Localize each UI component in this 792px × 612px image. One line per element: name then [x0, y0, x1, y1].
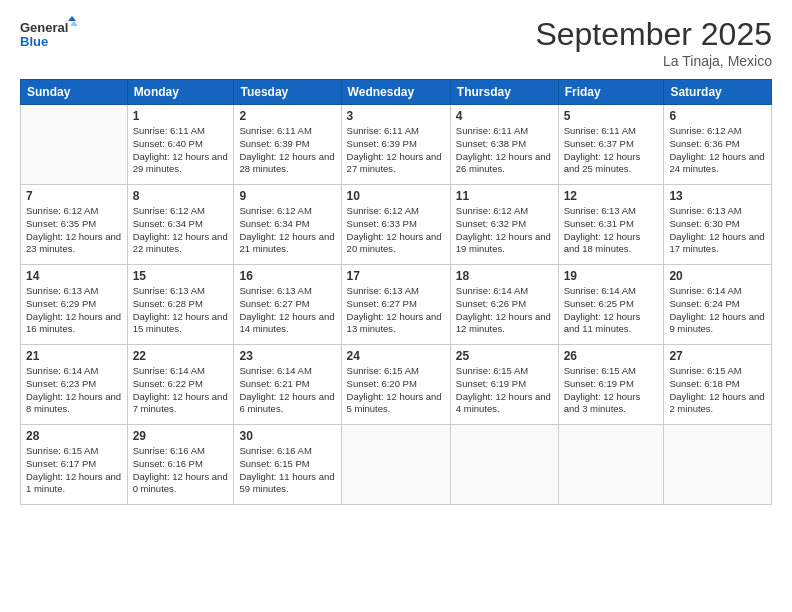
day-info: Sunrise: 6:14 AM Sunset: 6:25 PM Dayligh… [564, 285, 659, 336]
day-info: Sunrise: 6:15 AM Sunset: 6:18 PM Dayligh… [669, 365, 766, 416]
day-number: 5 [564, 109, 659, 123]
day-number: 11 [456, 189, 553, 203]
header-monday: Monday [127, 80, 234, 105]
table-row: 9Sunrise: 6:12 AM Sunset: 6:34 PM Daylig… [234, 185, 341, 265]
table-row: 17Sunrise: 6:13 AM Sunset: 6:27 PM Dayli… [341, 265, 450, 345]
day-info: Sunrise: 6:13 AM Sunset: 6:30 PM Dayligh… [669, 205, 766, 256]
day-info: Sunrise: 6:13 AM Sunset: 6:27 PM Dayligh… [347, 285, 445, 336]
table-row [450, 425, 558, 505]
day-number: 13 [669, 189, 766, 203]
table-row: 29Sunrise: 6:16 AM Sunset: 6:16 PM Dayli… [127, 425, 234, 505]
table-row: 2Sunrise: 6:11 AM Sunset: 6:39 PM Daylig… [234, 105, 341, 185]
calendar-week-row: 28Sunrise: 6:15 AM Sunset: 6:17 PM Dayli… [21, 425, 772, 505]
table-row: 6Sunrise: 6:12 AM Sunset: 6:36 PM Daylig… [664, 105, 772, 185]
header-friday: Friday [558, 80, 664, 105]
day-number: 26 [564, 349, 659, 363]
logo-svg: General Blue [20, 16, 80, 54]
table-row: 8Sunrise: 6:12 AM Sunset: 6:34 PM Daylig… [127, 185, 234, 265]
table-row: 25Sunrise: 6:15 AM Sunset: 6:19 PM Dayli… [450, 345, 558, 425]
day-info: Sunrise: 6:14 AM Sunset: 6:23 PM Dayligh… [26, 365, 122, 416]
day-info: Sunrise: 6:16 AM Sunset: 6:16 PM Dayligh… [133, 445, 229, 496]
day-number: 15 [133, 269, 229, 283]
calendar-table: Sunday Monday Tuesday Wednesday Thursday… [20, 79, 772, 505]
day-info: Sunrise: 6:12 AM Sunset: 6:34 PM Dayligh… [133, 205, 229, 256]
day-info: Sunrise: 6:11 AM Sunset: 6:37 PM Dayligh… [564, 125, 659, 176]
table-row: 19Sunrise: 6:14 AM Sunset: 6:25 PM Dayli… [558, 265, 664, 345]
table-row: 27Sunrise: 6:15 AM Sunset: 6:18 PM Dayli… [664, 345, 772, 425]
table-row: 5Sunrise: 6:11 AM Sunset: 6:37 PM Daylig… [558, 105, 664, 185]
header-tuesday: Tuesday [234, 80, 341, 105]
table-row [664, 425, 772, 505]
day-info: Sunrise: 6:12 AM Sunset: 6:34 PM Dayligh… [239, 205, 335, 256]
day-info: Sunrise: 6:15 AM Sunset: 6:17 PM Dayligh… [26, 445, 122, 496]
header-saturday: Saturday [664, 80, 772, 105]
day-number: 10 [347, 189, 445, 203]
day-info: Sunrise: 6:14 AM Sunset: 6:24 PM Dayligh… [669, 285, 766, 336]
day-number: 17 [347, 269, 445, 283]
day-number: 18 [456, 269, 553, 283]
table-row: 16Sunrise: 6:13 AM Sunset: 6:27 PM Dayli… [234, 265, 341, 345]
day-number: 23 [239, 349, 335, 363]
day-info: Sunrise: 6:13 AM Sunset: 6:28 PM Dayligh… [133, 285, 229, 336]
table-row: 23Sunrise: 6:14 AM Sunset: 6:21 PM Dayli… [234, 345, 341, 425]
table-row: 24Sunrise: 6:15 AM Sunset: 6:20 PM Dayli… [341, 345, 450, 425]
table-row: 26Sunrise: 6:15 AM Sunset: 6:19 PM Dayli… [558, 345, 664, 425]
month-title: September 2025 [535, 16, 772, 53]
calendar-week-row: 21Sunrise: 6:14 AM Sunset: 6:23 PM Dayli… [21, 345, 772, 425]
day-number: 21 [26, 349, 122, 363]
day-info: Sunrise: 6:12 AM Sunset: 6:35 PM Dayligh… [26, 205, 122, 256]
table-row: 28Sunrise: 6:15 AM Sunset: 6:17 PM Dayli… [21, 425, 128, 505]
table-row: 11Sunrise: 6:12 AM Sunset: 6:32 PM Dayli… [450, 185, 558, 265]
day-info: Sunrise: 6:14 AM Sunset: 6:22 PM Dayligh… [133, 365, 229, 416]
table-row: 15Sunrise: 6:13 AM Sunset: 6:28 PM Dayli… [127, 265, 234, 345]
table-row: 7Sunrise: 6:12 AM Sunset: 6:35 PM Daylig… [21, 185, 128, 265]
table-row: 10Sunrise: 6:12 AM Sunset: 6:33 PM Dayli… [341, 185, 450, 265]
table-row: 21Sunrise: 6:14 AM Sunset: 6:23 PM Dayli… [21, 345, 128, 425]
day-number: 27 [669, 349, 766, 363]
calendar-week-row: 7Sunrise: 6:12 AM Sunset: 6:35 PM Daylig… [21, 185, 772, 265]
table-row: 13Sunrise: 6:13 AM Sunset: 6:30 PM Dayli… [664, 185, 772, 265]
day-number: 3 [347, 109, 445, 123]
day-number: 6 [669, 109, 766, 123]
table-row: 22Sunrise: 6:14 AM Sunset: 6:22 PM Dayli… [127, 345, 234, 425]
day-number: 12 [564, 189, 659, 203]
day-info: Sunrise: 6:12 AM Sunset: 6:36 PM Dayligh… [669, 125, 766, 176]
svg-marker-2 [68, 16, 76, 21]
day-number: 8 [133, 189, 229, 203]
table-row: 20Sunrise: 6:14 AM Sunset: 6:24 PM Dayli… [664, 265, 772, 345]
day-number: 28 [26, 429, 122, 443]
day-number: 19 [564, 269, 659, 283]
table-row: 4Sunrise: 6:11 AM Sunset: 6:38 PM Daylig… [450, 105, 558, 185]
day-info: Sunrise: 6:15 AM Sunset: 6:19 PM Dayligh… [456, 365, 553, 416]
day-number: 30 [239, 429, 335, 443]
day-info: Sunrise: 6:14 AM Sunset: 6:26 PM Dayligh… [456, 285, 553, 336]
header: General Blue September 2025 La Tinaja, M… [20, 16, 772, 69]
day-number: 9 [239, 189, 335, 203]
day-info: Sunrise: 6:16 AM Sunset: 6:15 PM Dayligh… [239, 445, 335, 496]
day-info: Sunrise: 6:13 AM Sunset: 6:27 PM Dayligh… [239, 285, 335, 336]
day-number: 24 [347, 349, 445, 363]
day-info: Sunrise: 6:14 AM Sunset: 6:21 PM Dayligh… [239, 365, 335, 416]
svg-marker-3 [70, 21, 78, 26]
day-info: Sunrise: 6:11 AM Sunset: 6:38 PM Dayligh… [456, 125, 553, 176]
day-number: 20 [669, 269, 766, 283]
calendar-week-row: 1Sunrise: 6:11 AM Sunset: 6:40 PM Daylig… [21, 105, 772, 185]
table-row: 14Sunrise: 6:13 AM Sunset: 6:29 PM Dayli… [21, 265, 128, 345]
day-info: Sunrise: 6:15 AM Sunset: 6:20 PM Dayligh… [347, 365, 445, 416]
page: General Blue September 2025 La Tinaja, M… [0, 0, 792, 612]
table-row: 18Sunrise: 6:14 AM Sunset: 6:26 PM Dayli… [450, 265, 558, 345]
day-number: 25 [456, 349, 553, 363]
calendar-week-row: 14Sunrise: 6:13 AM Sunset: 6:29 PM Dayli… [21, 265, 772, 345]
header-thursday: Thursday [450, 80, 558, 105]
day-info: Sunrise: 6:13 AM Sunset: 6:29 PM Dayligh… [26, 285, 122, 336]
table-row: 1Sunrise: 6:11 AM Sunset: 6:40 PM Daylig… [127, 105, 234, 185]
table-row [558, 425, 664, 505]
logo: General Blue [20, 16, 80, 54]
table-row [341, 425, 450, 505]
table-row [21, 105, 128, 185]
day-number: 7 [26, 189, 122, 203]
day-info: Sunrise: 6:11 AM Sunset: 6:39 PM Dayligh… [347, 125, 445, 176]
subtitle: La Tinaja, Mexico [535, 53, 772, 69]
day-number: 1 [133, 109, 229, 123]
svg-text:Blue: Blue [20, 34, 48, 49]
